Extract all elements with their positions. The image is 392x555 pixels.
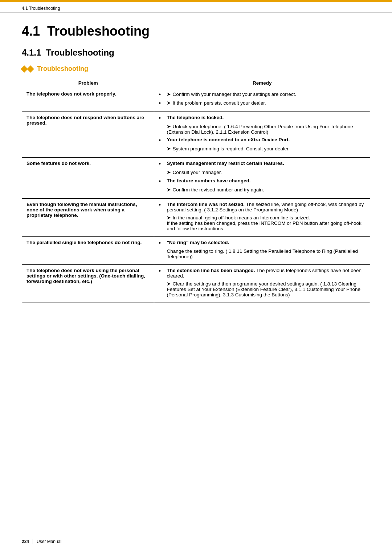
bullet-spacer (159, 281, 165, 287)
remedy-cell: •➤Confirm with your manager that your se… (154, 88, 370, 112)
header-section: 4.1 Troubleshooting (0, 2, 392, 13)
bullet: • (159, 178, 165, 185)
col-remedy: Remedy (154, 78, 370, 88)
bullet-spacer (159, 248, 165, 255)
table-row: Even though following the manual instruc… (22, 199, 370, 237)
remedy-cell: •The extension line has been changed. Th… (154, 265, 370, 303)
table-row: Some features do not work.•System manage… (22, 158, 370, 199)
list-item: •The extension line has been changed. Th… (159, 268, 366, 279)
footer: 224 User Manual (22, 539, 370, 544)
problem-cell: The telephone does not respond when butt… (22, 112, 154, 158)
list-item: •➤Confirm with your manager that your se… (159, 91, 366, 98)
footer-page-number: 224 (22, 539, 29, 544)
header-label: 4.1 Troubleshooting (22, 6, 60, 11)
bullet: • (159, 240, 165, 246)
list-item: •The Intercom line was not seized. The s… (159, 202, 366, 212)
list-item: •➤If the problem persists, consult your … (159, 100, 366, 106)
diamond-icons (22, 66, 34, 72)
subsection-label: Troubleshooting (37, 65, 88, 73)
bullet-spacer (159, 215, 165, 221)
bullet: • (159, 161, 165, 167)
arrow-icon: ➤ (167, 146, 171, 151)
troubleshooting-table: Problem Remedy The telephone does not wo… (22, 78, 370, 303)
arrow-icon: ➤ (167, 281, 171, 287)
bullet: • (159, 137, 165, 143)
problem-cell: The telephone does not work using the pe… (22, 265, 154, 303)
table-row: The telephone does not work using the pe… (22, 265, 370, 303)
table-row: The parallelled single line telephones d… (22, 237, 370, 265)
list-item: Change the setting to ring. ( 1.8.11 Set… (159, 248, 366, 259)
bullet: • (159, 202, 165, 208)
bullet-spacer (159, 187, 165, 193)
subsection-header: Troubleshooting (22, 65, 370, 73)
list-item: ➤In the manual, going off-hook means an … (159, 215, 366, 231)
arrow-icon: ➤ (167, 215, 171, 220)
bullet: • (159, 100, 165, 106)
problem-cell: Even though following the manual instruc… (22, 199, 154, 237)
arrow-icon: ➤ (167, 169, 171, 175)
footer-label: User Manual (37, 539, 61, 544)
content: 4.1 Troubleshooting 4.1.1 Troubleshootin… (0, 13, 392, 325)
bullet-spacer (159, 169, 165, 176)
list-item: •Your telephone is connected to an eXtra… (159, 137, 366, 143)
remedy-cell: •"No ring" may be selected. Change the s… (154, 237, 370, 265)
bullet-spacer (159, 146, 165, 152)
remedy-cell: •System management may restrict certain … (154, 158, 370, 199)
arrow-icon: ➤ (167, 187, 171, 193)
diamond-icon-2 (27, 65, 34, 73)
problem-cell: Some features do not work. (22, 158, 154, 199)
bullet-spacer (159, 123, 165, 130)
footer-divider (33, 539, 33, 544)
list-item: ➤Consult your manager. (159, 169, 366, 176)
list-item: •"No ring" may be selected. (159, 240, 366, 246)
bullet: • (159, 91, 165, 98)
list-item: •System management may restrict certain … (159, 161, 366, 167)
page: 4.1 Troubleshooting 4.1 Troubleshooting … (0, 0, 392, 555)
table-row: The telephone does not respond when butt… (22, 112, 370, 158)
arrow-icon: ➤ (167, 91, 171, 97)
remedy-cell: •The telephone is locked. ➤Unlock your t… (154, 112, 370, 158)
chapter-title: 4.1 Troubleshooting (22, 24, 370, 39)
list-item: •The feature numbers have changed. (159, 178, 366, 185)
remedy-cell: •The Intercom line was not seized. The s… (154, 199, 370, 237)
problem-cell: The telephone does not work properly. (22, 88, 154, 112)
section-title: 4.1.1 Troubleshooting (22, 48, 370, 58)
bullet: • (159, 115, 165, 121)
list-item: •The telephone is locked. (159, 115, 366, 121)
list-item: ➤Clear the settings and then programme y… (159, 281, 366, 297)
list-item: ➤Unlock your telephone. ( 1.6.4 Preventi… (159, 123, 366, 135)
list-item: ➤Confirm the revised number and try agai… (159, 187, 366, 193)
bullet: • (159, 268, 165, 274)
problem-cell: The parallelled single line telephones d… (22, 237, 154, 265)
arrow-icon: ➤ (167, 123, 171, 129)
col-problem: Problem (22, 78, 154, 88)
table-row: The telephone does not work properly.•➤C… (22, 88, 370, 112)
list-item: ➤System programming is required. Consult… (159, 146, 366, 152)
arrow-icon: ➤ (167, 100, 171, 106)
